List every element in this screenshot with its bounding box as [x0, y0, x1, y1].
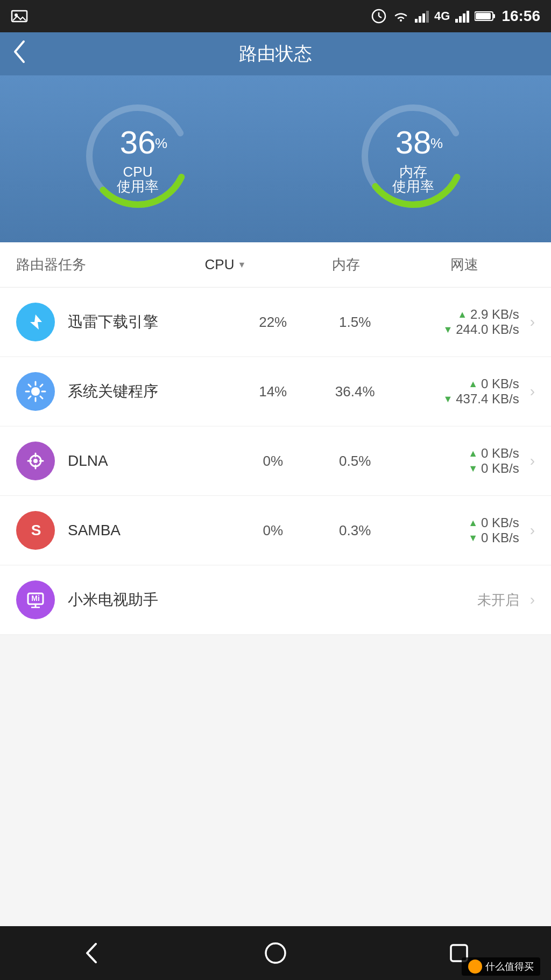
mitv-name: 小米电视助手	[68, 590, 232, 610]
svg-rect-6	[415, 19, 418, 23]
header-speed-label: 网速	[393, 255, 535, 274]
svg-text:CPU: CPU	[123, 164, 153, 180]
status-bar-left	[11, 9, 28, 24]
xunlei-mem: 1.5%	[314, 314, 395, 331]
nav-back-button[interactable]	[79, 940, 105, 967]
dlna-icon	[16, 442, 55, 480]
cpu-gauge: 36 % CPU 使用率	[79, 97, 197, 215]
svg-rect-8	[422, 13, 425, 23]
header: 路由状态	[0, 32, 551, 75]
xunlei-icon	[16, 303, 55, 341]
system-chevron: ›	[530, 383, 535, 400]
samba-cpu: 0%	[232, 522, 314, 539]
svg-point-31	[33, 459, 38, 463]
system-speed-up: 0 KB/s	[481, 376, 519, 391]
cpu-gauge-container: 36 % CPU 使用率	[79, 97, 197, 215]
samba-chevron: ›	[530, 522, 535, 539]
signal1-icon	[415, 9, 429, 23]
svg-rect-7	[419, 16, 421, 23]
svg-point-40	[266, 943, 285, 963]
xunlei-speed-up: 2.9 KB/s	[470, 307, 519, 322]
list-section: 路由器任务 CPU ▼ 内存 网速 迅雷下载引擎 22% 1.5% ▲ 2.9 …	[0, 242, 551, 635]
dlna-up-arrow: ▲	[468, 448, 478, 459]
dlna-cpu: 0%	[232, 453, 314, 470]
xunlei-speed-down: 244.0 KB/s	[456, 322, 519, 337]
svg-text:%: %	[430, 135, 443, 151]
dlna-down-arrow: ▼	[468, 463, 478, 474]
list-item-system[interactable]: 系统关键程序 14% 36.4% ▲ 0 KB/s ▼ 437.4 KB/s ›	[0, 357, 551, 426]
dlna-speed-up: 0 KB/s	[481, 446, 519, 461]
samba-icon: S	[16, 511, 55, 550]
system-name: 系统关键程序	[68, 381, 232, 402]
xunlei-name: 迅雷下载引擎	[68, 312, 232, 332]
watermark-text: 什么值得买	[485, 960, 534, 973]
svg-rect-10	[455, 19, 458, 23]
svg-text:%: %	[155, 135, 167, 151]
bottom-nav: 什么值得买	[0, 926, 551, 980]
samba-speed-down: 0 KB/s	[481, 530, 519, 545]
svg-point-29	[31, 387, 40, 396]
samba-down-arrow: ▼	[468, 533, 478, 544]
back-button[interactable]	[11, 38, 28, 69]
xunlei-down-arrow: ▼	[443, 324, 453, 335]
svg-text:38: 38	[395, 124, 432, 160]
svg-rect-16	[476, 13, 491, 19]
svg-rect-11	[459, 16, 462, 23]
svg-text:内存: 内存	[399, 164, 427, 180]
xunlei-up-arrow: ▲	[457, 309, 467, 320]
xunlei-chevron: ›	[530, 313, 535, 331]
system-mem: 36.4%	[314, 383, 395, 400]
dlna-mem: 0.5%	[314, 453, 395, 470]
cpu-dropdown-arrow: ▼	[237, 260, 246, 270]
xunlei-cpu: 22%	[232, 314, 314, 331]
samba-name: SAMBA	[68, 522, 232, 539]
list-item-dlna[interactable]: DLNA 0% 0.5% ▲ 0 KB/s ▼ 0 KB/s ›	[0, 426, 551, 496]
samba-speed-up: 0 KB/s	[481, 515, 519, 530]
list-item-mitv[interactable]: Mi 小米电视助手 未开启 ›	[0, 565, 551, 635]
mitv-status: 未开启	[477, 592, 519, 608]
gallery-icon	[11, 9, 28, 24]
page-title: 路由状态	[239, 41, 312, 66]
mitv-chevron: ›	[530, 591, 535, 608]
system-speed-down: 437.4 KB/s	[456, 391, 519, 407]
system-icon	[16, 372, 55, 411]
status-time: 16:56	[501, 8, 540, 25]
xunlei-speed: ▲ 2.9 KB/s ▼ 244.0 KB/s	[396, 307, 525, 337]
system-up-arrow: ▲	[468, 379, 478, 390]
dlna-speed: ▲ 0 KB/s ▼ 0 KB/s	[396, 446, 525, 476]
system-cpu: 14%	[232, 383, 314, 400]
svg-rect-12	[463, 13, 465, 23]
status-bar: 4G 16:56	[0, 0, 551, 32]
header-cpu-label[interactable]: CPU ▼	[205, 256, 299, 273]
svg-text:使用率: 使用率	[392, 178, 434, 194]
list-item-xunlei[interactable]: 迅雷下载引擎 22% 1.5% ▲ 2.9 KB/s ▼ 244.0 KB/s …	[0, 288, 551, 357]
system-down-arrow: ▼	[443, 394, 453, 405]
mitv-icon: Mi	[16, 580, 55, 619]
gauge-section: 36 % CPU 使用率 38 % 内存 使用率	[0, 75, 551, 242]
nav-home-button[interactable]	[262, 940, 289, 967]
mitv-speed: 未开启	[396, 591, 525, 610]
samba-mem: 0.3%	[314, 522, 395, 539]
dlna-chevron: ›	[530, 452, 535, 470]
svg-text:使用率: 使用率	[117, 178, 159, 194]
list-header: 路由器任务 CPU ▼ 内存 网速	[0, 242, 551, 288]
watermark: 什么值得买	[462, 957, 540, 976]
samba-up-arrow: ▲	[468, 517, 478, 529]
mem-gauge: 38 % 内存 使用率	[354, 97, 472, 215]
svg-text:36: 36	[120, 124, 156, 160]
dlna-name: DLNA	[68, 452, 232, 470]
list-item-samba[interactable]: S SAMBA 0% 0.3% ▲ 0 KB/s ▼ 0 KB/s ›	[0, 496, 551, 565]
svg-point-5	[400, 19, 402, 22]
system-speed: ▲ 0 KB/s ▼ 437.4 KB/s	[396, 376, 525, 407]
header-task-label: 路由器任务	[16, 255, 205, 274]
wifi-icon	[392, 9, 409, 24]
battery-icon	[475, 10, 496, 22]
dlna-speed-down: 0 KB/s	[481, 461, 519, 476]
svg-rect-9	[426, 11, 429, 23]
svg-rect-13	[467, 11, 469, 23]
status-bar-right: 4G 16:56	[371, 8, 540, 25]
header-mem-label: 内存	[299, 255, 393, 274]
svg-line-4	[379, 16, 382, 18]
svg-rect-15	[493, 14, 495, 18]
signal2-icon	[455, 9, 469, 23]
